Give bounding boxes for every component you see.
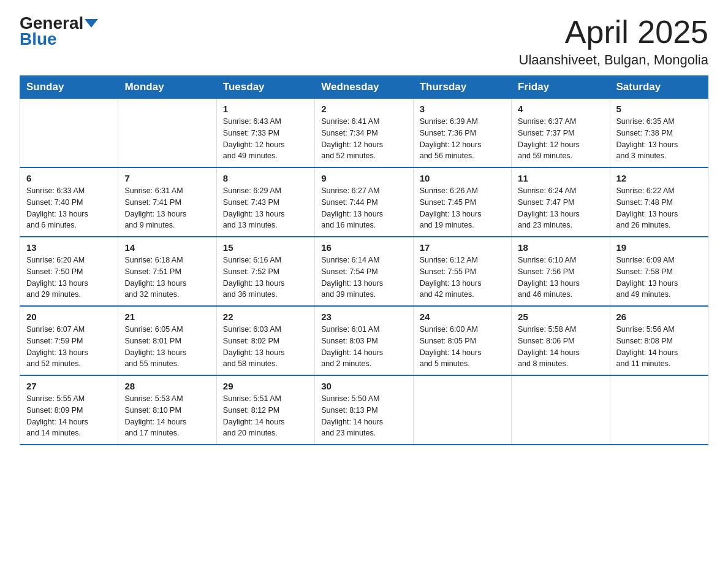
calendar-header-row: SundayMondayTuesdayWednesdayThursdayFrid…: [20, 76, 708, 99]
calendar-cell: 8Sunrise: 6:29 AM Sunset: 7:43 PM Daylig…: [216, 167, 314, 237]
calendar-cell: 14Sunrise: 6:18 AM Sunset: 7:51 PM Dayli…: [118, 237, 216, 306]
day-number: 17: [420, 242, 505, 253]
calendar-cell: 29Sunrise: 5:51 AM Sunset: 8:12 PM Dayli…: [216, 375, 314, 445]
day-info: Sunrise: 6:05 AM Sunset: 8:01 PM Dayligh…: [124, 324, 210, 370]
day-info: Sunrise: 6:20 AM Sunset: 7:50 PM Dayligh…: [26, 255, 112, 301]
logo-triangle-icon: [85, 19, 98, 28]
day-number: 26: [616, 312, 702, 322]
calendar-cell: 4Sunrise: 6:37 AM Sunset: 7:37 PM Daylig…: [512, 99, 610, 168]
calendar-cell: 12Sunrise: 6:22 AM Sunset: 7:48 PM Dayli…: [610, 167, 708, 237]
calendar-week-row: 1Sunrise: 6:43 AM Sunset: 7:33 PM Daylig…: [20, 99, 708, 168]
day-info: Sunrise: 6:31 AM Sunset: 7:41 PM Dayligh…: [124, 185, 210, 231]
logo-text-blue: Blue: [20, 29, 57, 49]
calendar-cell: 3Sunrise: 6:39 AM Sunset: 7:36 PM Daylig…: [413, 99, 511, 168]
day-number: 8: [223, 173, 308, 183]
calendar-cell: 1Sunrise: 6:43 AM Sunset: 7:33 PM Daylig…: [216, 99, 314, 168]
day-number: 27: [26, 381, 112, 391]
day-info: Sunrise: 5:50 AM Sunset: 8:13 PM Dayligh…: [321, 393, 406, 439]
header-wednesday: Wednesday: [315, 76, 413, 99]
title-block: April 2025 Ulaanshiveet, Bulgan, Mongoli…: [519, 15, 708, 68]
calendar-cell: [610, 375, 708, 445]
day-info: Sunrise: 5:56 AM Sunset: 8:08 PM Dayligh…: [616, 324, 702, 370]
calendar-cell: 18Sunrise: 6:10 AM Sunset: 7:56 PM Dayli…: [512, 237, 610, 306]
day-number: 3: [420, 104, 505, 114]
header-monday: Monday: [118, 76, 216, 99]
day-number: 20: [26, 312, 112, 322]
day-info: Sunrise: 6:16 AM Sunset: 7:52 PM Dayligh…: [223, 255, 308, 301]
day-number: 30: [321, 381, 406, 391]
day-info: Sunrise: 6:33 AM Sunset: 7:40 PM Dayligh…: [26, 185, 112, 231]
day-number: 12: [616, 173, 702, 183]
day-number: 15: [223, 242, 308, 253]
day-number: 5: [616, 104, 702, 114]
day-number: 14: [124, 242, 210, 253]
day-number: 29: [223, 381, 308, 391]
day-info: Sunrise: 6:43 AM Sunset: 7:33 PM Dayligh…: [223, 116, 308, 162]
day-info: Sunrise: 6:00 AM Sunset: 8:05 PM Dayligh…: [420, 324, 505, 370]
calendar-cell: [20, 99, 118, 168]
day-info: Sunrise: 6:26 AM Sunset: 7:45 PM Dayligh…: [420, 185, 505, 231]
month-title: April 2025: [519, 15, 708, 50]
calendar-week-row: 13Sunrise: 6:20 AM Sunset: 7:50 PM Dayli…: [20, 237, 708, 306]
day-info: Sunrise: 6:41 AM Sunset: 7:34 PM Dayligh…: [321, 116, 406, 162]
calendar-cell: 24Sunrise: 6:00 AM Sunset: 8:05 PM Dayli…: [413, 306, 511, 375]
logo: General Blue: [20, 15, 98, 49]
day-info: Sunrise: 6:27 AM Sunset: 7:44 PM Dayligh…: [321, 185, 406, 231]
calendar-cell: 2Sunrise: 6:41 AM Sunset: 7:34 PM Daylig…: [315, 99, 413, 168]
calendar-cell: 21Sunrise: 6:05 AM Sunset: 8:01 PM Dayli…: [118, 306, 216, 375]
calendar-cell: 9Sunrise: 6:27 AM Sunset: 7:44 PM Daylig…: [315, 167, 413, 237]
day-info: Sunrise: 5:55 AM Sunset: 8:09 PM Dayligh…: [26, 393, 112, 439]
day-number: 18: [518, 242, 603, 253]
calendar-cell: 13Sunrise: 6:20 AM Sunset: 7:50 PM Dayli…: [20, 237, 118, 306]
day-info: Sunrise: 6:14 AM Sunset: 7:54 PM Dayligh…: [321, 255, 406, 301]
day-number: 16: [321, 242, 406, 253]
calendar-table: SundayMondayTuesdayWednesdayThursdayFrid…: [20, 75, 708, 445]
calendar-cell: 6Sunrise: 6:33 AM Sunset: 7:40 PM Daylig…: [20, 167, 118, 237]
day-info: Sunrise: 6:12 AM Sunset: 7:55 PM Dayligh…: [420, 255, 505, 301]
day-info: Sunrise: 6:24 AM Sunset: 7:47 PM Dayligh…: [518, 185, 603, 231]
day-number: 7: [124, 173, 210, 183]
day-number: 25: [518, 312, 603, 322]
day-number: 21: [124, 312, 210, 322]
calendar-cell: 15Sunrise: 6:16 AM Sunset: 7:52 PM Dayli…: [216, 237, 314, 306]
day-info: Sunrise: 6:39 AM Sunset: 7:36 PM Dayligh…: [420, 116, 505, 162]
day-info: Sunrise: 6:07 AM Sunset: 7:59 PM Dayligh…: [26, 324, 112, 370]
day-number: 11: [518, 173, 603, 183]
calendar-cell: 26Sunrise: 5:56 AM Sunset: 8:08 PM Dayli…: [610, 306, 708, 375]
day-info: Sunrise: 5:58 AM Sunset: 8:06 PM Dayligh…: [518, 324, 603, 370]
calendar-week-row: 27Sunrise: 5:55 AM Sunset: 8:09 PM Dayli…: [20, 375, 708, 445]
calendar-cell: [413, 375, 511, 445]
calendar-cell: 27Sunrise: 5:55 AM Sunset: 8:09 PM Dayli…: [20, 375, 118, 445]
day-info: Sunrise: 6:01 AM Sunset: 8:03 PM Dayligh…: [321, 324, 406, 370]
day-number: 13: [26, 242, 112, 253]
day-info: Sunrise: 5:51 AM Sunset: 8:12 PM Dayligh…: [223, 393, 308, 439]
calendar-cell: 16Sunrise: 6:14 AM Sunset: 7:54 PM Dayli…: [315, 237, 413, 306]
location-title: Ulaanshiveet, Bulgan, Mongolia: [519, 52, 708, 68]
day-number: 4: [518, 104, 603, 114]
calendar-week-row: 20Sunrise: 6:07 AM Sunset: 7:59 PM Dayli…: [20, 306, 708, 375]
day-number: 6: [26, 173, 112, 183]
day-number: 19: [616, 242, 702, 253]
calendar-cell: [512, 375, 610, 445]
calendar-cell: 23Sunrise: 6:01 AM Sunset: 8:03 PM Dayli…: [315, 306, 413, 375]
day-info: Sunrise: 6:10 AM Sunset: 7:56 PM Dayligh…: [518, 255, 603, 301]
header-sunday: Sunday: [20, 76, 118, 99]
day-info: Sunrise: 6:37 AM Sunset: 7:37 PM Dayligh…: [518, 116, 603, 162]
day-info: Sunrise: 6:18 AM Sunset: 7:51 PM Dayligh…: [124, 255, 210, 301]
day-number: 28: [124, 381, 210, 391]
day-number: 24: [420, 312, 505, 322]
calendar-cell: [118, 99, 216, 168]
header-tuesday: Tuesday: [216, 76, 314, 99]
day-number: 9: [321, 173, 406, 183]
day-number: 23: [321, 312, 406, 322]
day-number: 22: [223, 312, 308, 322]
calendar-cell: 7Sunrise: 6:31 AM Sunset: 7:41 PM Daylig…: [118, 167, 216, 237]
calendar-cell: 10Sunrise: 6:26 AM Sunset: 7:45 PM Dayli…: [413, 167, 511, 237]
day-info: Sunrise: 6:29 AM Sunset: 7:43 PM Dayligh…: [223, 185, 308, 231]
day-info: Sunrise: 6:03 AM Sunset: 8:02 PM Dayligh…: [223, 324, 308, 370]
calendar-cell: 30Sunrise: 5:50 AM Sunset: 8:13 PM Dayli…: [315, 375, 413, 445]
header-saturday: Saturday: [610, 76, 708, 99]
page-header: General Blue April 2025 Ulaanshiveet, Bu…: [20, 15, 708, 68]
calendar-cell: 11Sunrise: 6:24 AM Sunset: 7:47 PM Dayli…: [512, 167, 610, 237]
day-info: Sunrise: 6:35 AM Sunset: 7:38 PM Dayligh…: [616, 116, 702, 162]
